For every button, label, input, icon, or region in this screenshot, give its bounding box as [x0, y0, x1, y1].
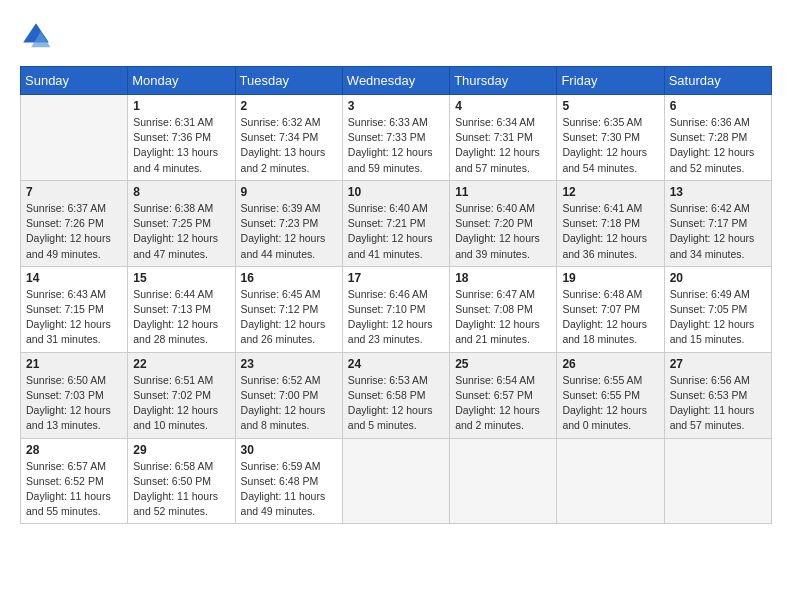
day-info: Sunrise: 6:35 AM Sunset: 7:30 PM Dayligh…: [562, 115, 658, 176]
table-cell: 4Sunrise: 6:34 AM Sunset: 7:31 PM Daylig…: [450, 95, 557, 181]
day-info: Sunrise: 6:59 AM Sunset: 6:48 PM Dayligh…: [241, 459, 337, 520]
table-cell: 25Sunrise: 6:54 AM Sunset: 6:57 PM Dayli…: [450, 352, 557, 438]
table-cell: 8Sunrise: 6:38 AM Sunset: 7:25 PM Daylig…: [128, 180, 235, 266]
day-info: Sunrise: 6:37 AM Sunset: 7:26 PM Dayligh…: [26, 201, 122, 262]
table-cell: 17Sunrise: 6:46 AM Sunset: 7:10 PM Dayli…: [342, 266, 449, 352]
day-info: Sunrise: 6:42 AM Sunset: 7:17 PM Dayligh…: [670, 201, 766, 262]
day-info: Sunrise: 6:40 AM Sunset: 7:20 PM Dayligh…: [455, 201, 551, 262]
day-info: Sunrise: 6:38 AM Sunset: 7:25 PM Dayligh…: [133, 201, 229, 262]
col-friday: Friday: [557, 67, 664, 95]
day-number: 11: [455, 185, 551, 199]
table-cell: 14Sunrise: 6:43 AM Sunset: 7:15 PM Dayli…: [21, 266, 128, 352]
day-number: 22: [133, 357, 229, 371]
day-info: Sunrise: 6:51 AM Sunset: 7:02 PM Dayligh…: [133, 373, 229, 434]
day-number: 3: [348, 99, 444, 113]
day-number: 16: [241, 271, 337, 285]
table-cell: 19Sunrise: 6:48 AM Sunset: 7:07 PM Dayli…: [557, 266, 664, 352]
col-sunday: Sunday: [21, 67, 128, 95]
day-number: 6: [670, 99, 766, 113]
day-number: 24: [348, 357, 444, 371]
table-cell: 22Sunrise: 6:51 AM Sunset: 7:02 PM Dayli…: [128, 352, 235, 438]
day-info: Sunrise: 6:52 AM Sunset: 7:00 PM Dayligh…: [241, 373, 337, 434]
day-info: Sunrise: 6:47 AM Sunset: 7:08 PM Dayligh…: [455, 287, 551, 348]
day-info: Sunrise: 6:44 AM Sunset: 7:13 PM Dayligh…: [133, 287, 229, 348]
table-cell: 15Sunrise: 6:44 AM Sunset: 7:13 PM Dayli…: [128, 266, 235, 352]
day-info: Sunrise: 6:49 AM Sunset: 7:05 PM Dayligh…: [670, 287, 766, 348]
day-number: 13: [670, 185, 766, 199]
logo-icon: [20, 20, 52, 52]
table-cell: [21, 95, 128, 181]
day-number: 21: [26, 357, 122, 371]
table-cell: [342, 438, 449, 524]
day-number: 10: [348, 185, 444, 199]
day-number: 23: [241, 357, 337, 371]
col-wednesday: Wednesday: [342, 67, 449, 95]
day-info: Sunrise: 6:45 AM Sunset: 7:12 PM Dayligh…: [241, 287, 337, 348]
day-info: Sunrise: 6:54 AM Sunset: 6:57 PM Dayligh…: [455, 373, 551, 434]
day-info: Sunrise: 6:41 AM Sunset: 7:18 PM Dayligh…: [562, 201, 658, 262]
day-number: 5: [562, 99, 658, 113]
page-header: [20, 20, 772, 52]
day-number: 4: [455, 99, 551, 113]
col-tuesday: Tuesday: [235, 67, 342, 95]
day-info: Sunrise: 6:53 AM Sunset: 6:58 PM Dayligh…: [348, 373, 444, 434]
day-number: 12: [562, 185, 658, 199]
table-cell: 12Sunrise: 6:41 AM Sunset: 7:18 PM Dayli…: [557, 180, 664, 266]
table-cell: [450, 438, 557, 524]
table-cell: [664, 438, 771, 524]
day-number: 20: [670, 271, 766, 285]
day-number: 29: [133, 443, 229, 457]
day-number: 19: [562, 271, 658, 285]
table-cell: 18Sunrise: 6:47 AM Sunset: 7:08 PM Dayli…: [450, 266, 557, 352]
calendar-week-row: 28Sunrise: 6:57 AM Sunset: 6:52 PM Dayli…: [21, 438, 772, 524]
day-number: 30: [241, 443, 337, 457]
col-saturday: Saturday: [664, 67, 771, 95]
table-cell: 30Sunrise: 6:59 AM Sunset: 6:48 PM Dayli…: [235, 438, 342, 524]
calendar-week-row: 7Sunrise: 6:37 AM Sunset: 7:26 PM Daylig…: [21, 180, 772, 266]
day-number: 28: [26, 443, 122, 457]
day-info: Sunrise: 6:40 AM Sunset: 7:21 PM Dayligh…: [348, 201, 444, 262]
table-cell: 16Sunrise: 6:45 AM Sunset: 7:12 PM Dayli…: [235, 266, 342, 352]
table-cell: 23Sunrise: 6:52 AM Sunset: 7:00 PM Dayli…: [235, 352, 342, 438]
day-info: Sunrise: 6:46 AM Sunset: 7:10 PM Dayligh…: [348, 287, 444, 348]
calendar-week-row: 14Sunrise: 6:43 AM Sunset: 7:15 PM Dayli…: [21, 266, 772, 352]
day-number: 7: [26, 185, 122, 199]
day-info: Sunrise: 6:48 AM Sunset: 7:07 PM Dayligh…: [562, 287, 658, 348]
day-info: Sunrise: 6:58 AM Sunset: 6:50 PM Dayligh…: [133, 459, 229, 520]
table-cell: 10Sunrise: 6:40 AM Sunset: 7:21 PM Dayli…: [342, 180, 449, 266]
day-info: Sunrise: 6:36 AM Sunset: 7:28 PM Dayligh…: [670, 115, 766, 176]
day-number: 8: [133, 185, 229, 199]
logo: [20, 20, 56, 52]
table-cell: 6Sunrise: 6:36 AM Sunset: 7:28 PM Daylig…: [664, 95, 771, 181]
table-cell: 21Sunrise: 6:50 AM Sunset: 7:03 PM Dayli…: [21, 352, 128, 438]
table-cell: 1Sunrise: 6:31 AM Sunset: 7:36 PM Daylig…: [128, 95, 235, 181]
day-info: Sunrise: 6:33 AM Sunset: 7:33 PM Dayligh…: [348, 115, 444, 176]
table-cell: [557, 438, 664, 524]
col-monday: Monday: [128, 67, 235, 95]
table-cell: 9Sunrise: 6:39 AM Sunset: 7:23 PM Daylig…: [235, 180, 342, 266]
table-cell: 27Sunrise: 6:56 AM Sunset: 6:53 PM Dayli…: [664, 352, 771, 438]
calendar-week-row: 1Sunrise: 6:31 AM Sunset: 7:36 PM Daylig…: [21, 95, 772, 181]
day-number: 27: [670, 357, 766, 371]
table-cell: 2Sunrise: 6:32 AM Sunset: 7:34 PM Daylig…: [235, 95, 342, 181]
col-thursday: Thursday: [450, 67, 557, 95]
day-number: 15: [133, 271, 229, 285]
table-cell: 20Sunrise: 6:49 AM Sunset: 7:05 PM Dayli…: [664, 266, 771, 352]
table-cell: 5Sunrise: 6:35 AM Sunset: 7:30 PM Daylig…: [557, 95, 664, 181]
day-info: Sunrise: 6:39 AM Sunset: 7:23 PM Dayligh…: [241, 201, 337, 262]
table-cell: 7Sunrise: 6:37 AM Sunset: 7:26 PM Daylig…: [21, 180, 128, 266]
table-cell: 11Sunrise: 6:40 AM Sunset: 7:20 PM Dayli…: [450, 180, 557, 266]
table-cell: 28Sunrise: 6:57 AM Sunset: 6:52 PM Dayli…: [21, 438, 128, 524]
table-cell: 3Sunrise: 6:33 AM Sunset: 7:33 PM Daylig…: [342, 95, 449, 181]
day-info: Sunrise: 6:32 AM Sunset: 7:34 PM Dayligh…: [241, 115, 337, 176]
day-number: 2: [241, 99, 337, 113]
day-number: 9: [241, 185, 337, 199]
day-number: 1: [133, 99, 229, 113]
day-number: 14: [26, 271, 122, 285]
calendar-header-row: Sunday Monday Tuesday Wednesday Thursday…: [21, 67, 772, 95]
day-info: Sunrise: 6:31 AM Sunset: 7:36 PM Dayligh…: [133, 115, 229, 176]
day-info: Sunrise: 6:57 AM Sunset: 6:52 PM Dayligh…: [26, 459, 122, 520]
day-number: 26: [562, 357, 658, 371]
table-cell: 29Sunrise: 6:58 AM Sunset: 6:50 PM Dayli…: [128, 438, 235, 524]
calendar-week-row: 21Sunrise: 6:50 AM Sunset: 7:03 PM Dayli…: [21, 352, 772, 438]
